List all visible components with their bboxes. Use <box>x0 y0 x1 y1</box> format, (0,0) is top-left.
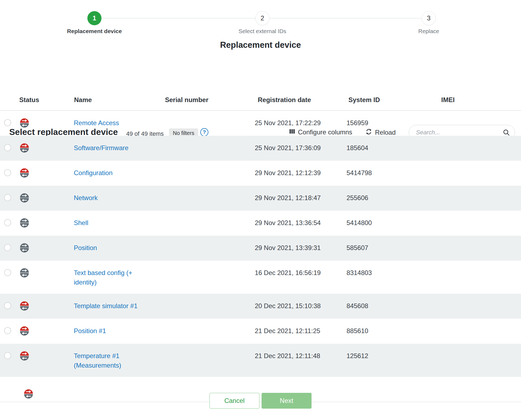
device-sync-status-icon <box>20 168 29 178</box>
device-sync-status-icon <box>20 268 29 278</box>
device-name-link[interactable]: Remote Access <box>74 118 142 128</box>
device-name-link[interactable]: Shell <box>74 218 142 228</box>
table-row: Shell 29 Nov 2021, 13:36:54 5414800 <box>0 211 521 236</box>
table-row: Temperature #1 (Measurements) 21 Dec 202… <box>0 344 521 377</box>
system-id-cell: 185604 <box>347 143 422 153</box>
table-header: StatusNameSerial numberRegistration date… <box>0 90 521 111</box>
registration-date-cell: 29 Nov 2021, 13:39:31 <box>255 243 336 252</box>
table-body: Remote Access 25 Nov 2021, 17:22:29 1569… <box>0 111 521 402</box>
device-sync-status-icon <box>20 351 29 361</box>
next-button[interactable]: Next <box>262 393 312 409</box>
step-3-circle[interactable]: 3 <box>422 11 436 25</box>
row-select-radio[interactable] <box>4 302 11 309</box>
row-select-radio[interactable] <box>4 352 11 359</box>
row-select-radio[interactable] <box>4 169 11 176</box>
device-name-link[interactable]: Configuration <box>74 168 142 178</box>
system-id-cell: 845608 <box>347 301 422 311</box>
registration-date-cell: 16 Dec 2021, 16:56:19 <box>255 268 336 277</box>
row-select-radio[interactable] <box>4 219 11 226</box>
row-select-radio[interactable] <box>4 327 11 334</box>
row-select-radio[interactable] <box>4 119 11 126</box>
system-id-cell: 255606 <box>347 193 422 203</box>
table-row: Configuration 29 Nov 2021, 12:12:39 5414… <box>0 161 521 186</box>
device-sync-status-icon <box>20 218 29 228</box>
registration-date-cell: 20 Dec 2021, 15:10:38 <box>255 301 336 311</box>
cancel-button[interactable]: Cancel <box>209 393 259 409</box>
table-row: Software/Firmware 25 Nov 2021, 17:36:09 … <box>0 136 521 161</box>
device-sync-status-icon <box>20 301 29 311</box>
table-row: Template simulator #1 20 Dec 2021, 15:10… <box>0 294 521 319</box>
device-name-link[interactable]: Software/Firmware <box>74 143 142 153</box>
device-name-link[interactable]: Position #1 <box>74 326 142 336</box>
replace-device-wizard: 1 2 3 Replacement device Select external… <box>0 0 521 420</box>
system-id-cell: 8314803 <box>347 268 422 277</box>
page-title: Replacement device <box>0 40 521 50</box>
step-1-label: Replacement device <box>40 28 149 34</box>
column-header-imei: IMEI <box>441 96 455 104</box>
row-select-radio[interactable] <box>4 194 11 201</box>
column-header-serial-number: Serial number <box>165 96 208 104</box>
table-row: Position #1 21 Dec 2021, 12:11:25 885610 <box>0 319 521 344</box>
row-select-radio[interactable] <box>4 269 11 276</box>
table-row: Network 29 Nov 2021, 12:18:47 255606 <box>0 186 521 211</box>
device-name-link[interactable]: Temperature #1 (Measurements) <box>74 351 142 370</box>
registration-date-cell: 21 Dec 2021, 12:11:25 <box>255 326 336 336</box>
table-toolbar: Select replacement device 49 of 49 items… <box>0 57 521 90</box>
device-name-link[interactable]: Text based config (+ identity) <box>74 268 142 287</box>
row-select-radio[interactable] <box>4 144 11 151</box>
device-sync-status-icon <box>20 118 29 128</box>
system-id-cell: 885610 <box>347 326 422 336</box>
row-select-radio[interactable] <box>4 244 11 251</box>
wizard-footer: Cancel Next <box>0 393 521 409</box>
table-row: Remote Access 25 Nov 2021, 17:22:29 1569… <box>0 111 521 136</box>
registration-date-cell: 25 Nov 2021, 17:22:29 <box>255 118 336 128</box>
system-id-cell: 156959 <box>347 118 422 128</box>
registration-date-cell: 29 Nov 2021, 13:36:54 <box>255 218 336 228</box>
system-id-cell: 125612 <box>347 351 422 361</box>
device-name-link[interactable]: Template simulator #1 <box>74 301 142 311</box>
column-header-name: Name <box>74 96 92 104</box>
step-2-label: Select external IDs <box>208 28 317 34</box>
registration-date-cell: 21 Dec 2021, 12:11:48 <box>255 351 336 361</box>
table-row: Position 29 Nov 2021, 13:39:31 585607 <box>0 236 521 261</box>
registration-date-cell: 29 Nov 2021, 12:12:39 <box>255 168 336 178</box>
device-sync-status-icon <box>20 243 29 253</box>
device-name-link[interactable]: Position <box>74 243 142 252</box>
step-2-circle[interactable]: 2 <box>255 11 269 25</box>
step-1-circle[interactable]: 1 <box>87 11 101 25</box>
device-sync-status-icon <box>20 326 29 336</box>
column-header-status: Status <box>19 96 39 104</box>
stepper-connector <box>269 18 422 18</box>
registration-date-cell: 29 Nov 2021, 12:18:47 <box>255 193 336 203</box>
registration-date-cell: 25 Nov 2021, 17:36:09 <box>255 143 336 153</box>
system-id-cell: 5414800 <box>347 218 422 228</box>
system-id-cell: 585607 <box>347 243 422 252</box>
device-sync-status-icon <box>20 143 29 153</box>
column-header-system-id: System ID <box>348 96 380 104</box>
table-row: Text based config (+ identity) 16 Dec 20… <box>0 261 521 294</box>
system-id-cell: 5414798 <box>347 168 422 178</box>
column-header-registration-date: Registration date <box>258 96 311 104</box>
step-3-label: Replace <box>374 28 483 34</box>
device-sync-status-icon <box>20 193 29 203</box>
wizard-stepper: 1 2 3 Replacement device Select external… <box>0 0 521 38</box>
device-name-link[interactable]: Network <box>74 193 142 203</box>
stepper-connector <box>101 18 255 18</box>
